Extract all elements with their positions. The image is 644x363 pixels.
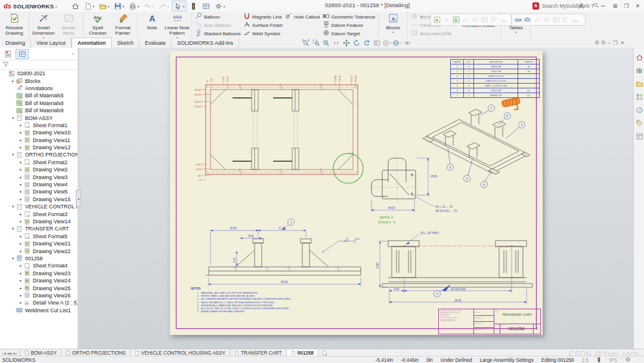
mini-icon[interactable] <box>461 16 470 24</box>
tree-expander-icon[interactable]: ▸ <box>18 123 24 128</box>
svg-text:2[interactable]: 2 <box>436 292 438 296</box>
tab-drawing[interactable]: Drawing <box>0 39 31 48</box>
select-tool-button[interactable]: ▾ <box>172 1 187 11</box>
ribbon-button-geometric-tolerance[interactable]: Geometric Tolerance <box>321 13 377 21</box>
tree-expander-icon[interactable]: ▾ <box>10 256 16 261</box>
hide-show-icon[interactable] <box>402 39 411 47</box>
tree-item[interactable]: ▾ ORTHO PROJECTIONS <box>0 151 78 158</box>
tree-item[interactable]: ▸ Drawing View14 <box>0 218 78 225</box>
ribbon-button-surface-finish[interactable]: Surface Finish <box>242 21 284 29</box>
isometric-view[interactable]: 7 5 2 6 2 4 <box>423 97 530 188</box>
tree-expander-icon[interactable]: ▾ <box>10 226 16 231</box>
tree-expander-icon[interactable]: ▸ <box>18 130 24 135</box>
ribbon-button-note[interactable]: A Note <box>140 13 165 31</box>
tree-item[interactable]: ▸ Drawing View22 <box>0 247 78 254</box>
tree-expander-icon[interactable]: ▸ <box>18 197 24 202</box>
mini-icon[interactable] <box>499 16 508 24</box>
mini-icon[interactable] <box>470 16 479 24</box>
ribbon-collapse-icon[interactable]: ˆ <box>421 32 423 37</box>
tab-solidworks-add-ins[interactable]: SOLIDWORKS Add-Ins <box>172 39 239 48</box>
options-button[interactable]: ▾ <box>213 1 227 11</box>
ribbon-button-linear-note[interactable]: AAA Linear NotePattern▾ <box>165 13 190 40</box>
tree-item[interactable]: ▸ Drawing View24 <box>0 277 78 284</box>
sheet-tab[interactable] <box>16 49 29 59</box>
file-properties-button[interactable] <box>200 1 212 11</box>
tree-expander-icon[interactable]: ▸ <box>10 79 16 84</box>
mini-icon[interactable] <box>571 16 580 24</box>
svg-text:1[interactable]: 1 <box>290 220 292 224</box>
tree-item[interactable]: ▸ Drawing View15 <box>0 196 78 203</box>
zoom-in-out-icon[interactable] <box>321 39 330 47</box>
custom-properties-icon[interactable] <box>636 119 643 127</box>
tree-item[interactable]: ▸ Drawing View3 <box>0 173 78 180</box>
pan-icon[interactable] <box>342 39 351 47</box>
tree-item[interactable]: ▸ Drawing View10 <box>0 129 78 136</box>
open-button[interactable]: ▾ <box>97 1 111 11</box>
tree-item[interactable]: Weldment Cut List1 <box>0 307 78 314</box>
tree-item[interactable]: ▸ Blocks <box>0 77 78 84</box>
tree-expander-icon[interactable]: ▸ <box>18 167 24 172</box>
ribbon-button-area-hatch-fill[interactable]: Area Hatch/Fill <box>410 29 452 38</box>
zoom-1-1-icon[interactable]: 1:1 <box>332 39 340 47</box>
layout-button[interactable]: ⊞ <box>610 1 620 11</box>
tree-item[interactable]: ▸ Drawing View21 <box>0 240 78 247</box>
save-button[interactable]: ▾ <box>112 1 126 11</box>
tree-expander-icon[interactable]: ▸ <box>18 212 24 217</box>
drawing-notes[interactable]: NOTES: 1.MATERIAL: A36, SEE CUTLIST FOR … <box>191 287 340 313</box>
first-sheet-icon[interactable]: |◀ <box>2 351 6 355</box>
spell-glasses-icon[interactable] <box>513 16 522 24</box>
tree-item[interactable]: ▸ Sheet Format3 <box>0 210 78 217</box>
display-style-icon[interactable]: ▾ <box>392 39 401 47</box>
tree-item[interactable]: ▸ Sheet Format5 <box>0 233 78 240</box>
view-orientation-icon[interactable]: ▾ <box>382 39 391 47</box>
note-format-green-icon[interactable]: A <box>451 16 460 24</box>
mini-icon[interactable] <box>480 16 489 24</box>
zoom-to-area-icon[interactable] <box>311 39 320 47</box>
tree-expander-icon[interactable]: ▾ <box>10 152 16 157</box>
restore-button[interactable]: ❐ <box>621 1 631 11</box>
bom-row[interactable]: 22TS3x2x.18884 <box>451 69 540 74</box>
redraw-icon[interactable] <box>362 39 371 47</box>
ribbon-button-model[interactable]: ModelItems <box>56 13 81 36</box>
tree-item[interactable]: ▸ Drawing View25 <box>0 284 78 291</box>
revision-cloud-icon[interactable] <box>523 16 532 24</box>
tree-expander-icon[interactable]: ▸ <box>18 300 24 305</box>
tree-expander-icon[interactable]: ▸ <box>18 182 24 187</box>
next-sheet-icon[interactable]: ▶ <box>10 351 13 355</box>
bom-row[interactable]: 12TS3x2x.18856 <box>451 64 540 69</box>
bom-row[interactable]: 44PLATE .375 X 4 X 6.125 <box>451 79 540 84</box>
doc-cascade-icon[interactable]: ⧉ <box>601 39 605 46</box>
note-format-icon[interactable]: A <box>432 16 441 24</box>
mini-icon[interactable] <box>532 16 541 24</box>
bom-row[interactable]: 64TS3x3x.1884.2 <box>451 88 540 93</box>
tree-expander-icon[interactable]: ▸ <box>18 189 24 194</box>
panel-expand-icon[interactable]: › <box>72 51 76 57</box>
weld-symbol[interactable] <box>323 238 357 253</box>
print-button[interactable]: ▾ <box>127 1 141 11</box>
doc-minimize-button[interactable]: – <box>608 40 611 46</box>
bom-row[interactable]: 54PLATE .5 X 4.438 X 5.438 <box>451 84 540 88</box>
bom-row[interactable]: 74SPACER .0354.2 <box>451 93 540 98</box>
side-view[interactable]: 2X ⌀ .38 THRU 8.88 4.44 19.125±.010 28.0… <box>376 232 532 304</box>
menu-expand-icon[interactable]: ▸ <box>55 4 57 8</box>
help-icon[interactable]: ? <box>587 1 597 11</box>
tree-item[interactable]: ▸ A Detail View A (2 : 5) <box>0 299 78 306</box>
doc-icon[interactable]: ⧉ <box>595 39 599 46</box>
panel-collapse-handle[interactable]: ◂ <box>76 190 81 207</box>
tree-item[interactable]: ▸ Drawing View2 <box>0 166 78 173</box>
tree-item[interactable]: ▸ Sheet Format4 <box>0 262 78 269</box>
ribbon-button-auto-balloon[interactable]: Auto Balloon <box>194 21 242 29</box>
bom-table[interactable]: ITEM NO.QTY.DESCRIPTIONLENGTH12TS3x2x.18… <box>450 59 540 98</box>
home-button[interactable] <box>70 1 81 11</box>
tree-expander-icon[interactable]: ▸ <box>18 138 24 143</box>
front-view[interactable]: 18.36 17.29 8.00 4.00 56.00 1 TYP <box>206 219 361 287</box>
ribbon-button-resolve[interactable]: ResolveDrawing <box>2 13 27 36</box>
tab-sketch[interactable]: Sketch <box>112 39 140 48</box>
mini-icon[interactable] <box>561 16 570 24</box>
tree-item[interactable]: ▾ 001258 <box>0 255 78 262</box>
ribbon-button-hole-callout[interactable]: Hole Callout <box>284 13 321 21</box>
tree-expander-icon[interactable]: ▸ <box>18 219 24 224</box>
tree-expander-icon[interactable]: ▾ <box>10 204 16 209</box>
tree-item[interactable]: ▸ Sheet Format2 <box>0 159 78 166</box>
tree-item[interactable]: ▾ VEHICLE CONTROL HOUSING AS <box>0 203 78 210</box>
